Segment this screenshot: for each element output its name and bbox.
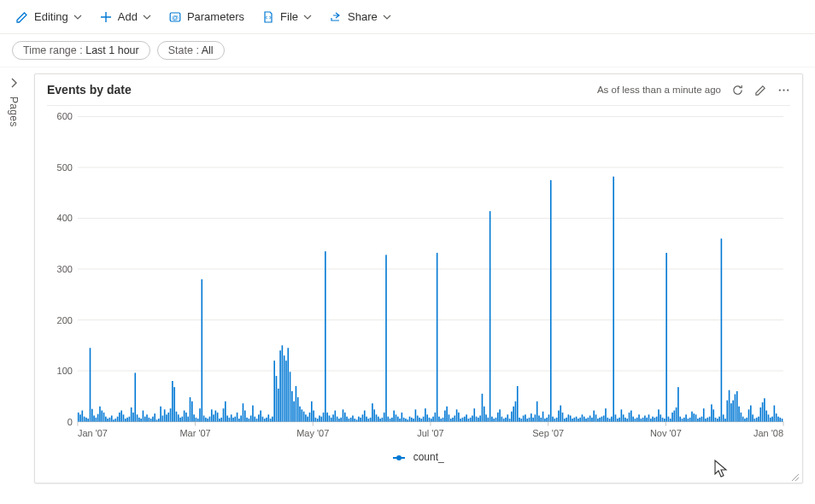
expand-pages-button[interactable] [8,77,20,91]
svg-rect-183 [370,418,372,422]
svg-rect-356 [709,417,711,422]
svg-rect-184 [372,403,373,421]
svg-rect-46 [101,411,103,422]
file-code-icon [261,10,275,24]
svg-rect-318 [635,419,636,422]
pencil-icon [15,10,29,24]
filter-row: Time range : Last 1 hour State : All [0,34,815,67]
share-button[interactable]: Share [322,7,398,27]
svg-rect-345 [688,419,689,422]
svg-rect-210 [423,417,425,422]
svg-rect-74 [156,419,158,421]
svg-rect-75 [158,419,160,422]
svg-rect-70 [149,418,150,422]
svg-text:400: 400 [57,213,73,223]
legend-marker-icon [393,457,405,459]
svg-rect-276 [552,417,554,422]
svg-rect-333 [664,419,665,422]
svg-rect-303 [605,408,607,421]
state-value: All [202,44,214,56]
svg-rect-41 [91,409,93,422]
editing-mode-button[interactable]: Editing [9,7,89,27]
file-button[interactable]: File [255,7,319,27]
svg-rect-228 [458,413,460,422]
pages-sidebar: Pages [0,68,27,478]
svg-rect-84 [176,412,178,422]
svg-rect-202 [407,419,408,421]
svg-rect-366 [729,390,730,422]
svg-rect-260 [521,419,523,422]
svg-rect-87 [182,417,184,422]
svg-rect-207 [417,415,419,421]
svg-rect-298 [595,414,597,421]
svg-rect-286 [572,419,573,422]
svg-rect-280 [560,406,561,422]
svg-rect-86 [179,418,181,422]
share-label: Share [348,10,378,23]
svg-rect-270 [540,418,542,422]
svg-rect-101 [209,417,211,422]
svg-rect-167 [338,419,340,422]
svg-rect-78 [164,409,166,421]
svg-rect-82 [172,381,173,422]
svg-rect-154 [313,411,314,422]
svg-rect-143 [291,391,293,422]
add-button[interactable]: Add [92,7,158,27]
svg-rect-182 [368,419,370,422]
svg-text:500: 500 [57,162,73,173]
svg-rect-274 [548,414,550,421]
svg-rect-61 [131,407,132,422]
svg-rect-97 [201,279,202,422]
svg-rect-261 [523,415,525,421]
svg-rect-328 [654,418,656,422]
svg-rect-241 [484,407,485,422]
plus-icon [99,10,113,24]
timerange-pill[interactable]: Time range : Last 1 hour [12,41,150,60]
svg-rect-118 [243,403,244,421]
svg-rect-230 [462,418,464,422]
svg-rect-290 [579,418,581,422]
svg-rect-104 [215,411,217,422]
svg-rect-55 [119,413,120,422]
svg-rect-177 [358,417,360,422]
svg-rect-368 [732,401,734,422]
svg-rect-38 [85,418,87,422]
svg-rect-83 [173,387,175,421]
edit-button[interactable] [754,84,767,97]
svg-rect-330 [658,409,660,421]
editing-label: Editing [34,10,68,23]
svg-rect-219 [440,419,442,422]
svg-rect-64 [137,414,138,421]
more-button[interactable] [777,84,790,97]
svg-rect-348 [693,413,695,422]
svg-rect-217 [437,253,438,422]
svg-rect-244 [490,211,491,421]
chart-area[interactable]: 0100200300400500600Jan '07Mar '07May '07… [47,111,790,446]
svg-rect-340 [677,387,679,421]
svg-rect-263 [526,419,528,422]
parameters-button[interactable]: @ Parameters [161,7,251,27]
svg-rect-212 [426,414,428,421]
svg-rect-96 [199,408,201,421]
svg-rect-88 [184,411,185,422]
svg-rect-213 [429,418,431,422]
svg-rect-54 [117,417,119,422]
refresh-button[interactable] [731,84,744,97]
svg-rect-344 [685,414,687,421]
svg-rect-145 [296,386,297,422]
svg-rect-288 [576,417,578,422]
svg-rect-386 [768,414,770,421]
svg-rect-243 [488,418,490,422]
svg-text:@: @ [172,14,179,21]
svg-rect-265 [531,413,532,422]
svg-rect-218 [438,417,440,422]
svg-rect-133 [272,417,273,422]
svg-rect-358 [712,409,714,421]
resize-handle[interactable] [790,471,799,479]
svg-rect-126 [258,414,260,421]
state-pill[interactable]: State : All [157,41,225,60]
svg-rect-355 [707,418,709,422]
timerange-value: Last 1 hour [85,44,139,56]
svg-text:Nov '07: Nov '07 [650,428,682,438]
svg-rect-148 [302,409,303,421]
